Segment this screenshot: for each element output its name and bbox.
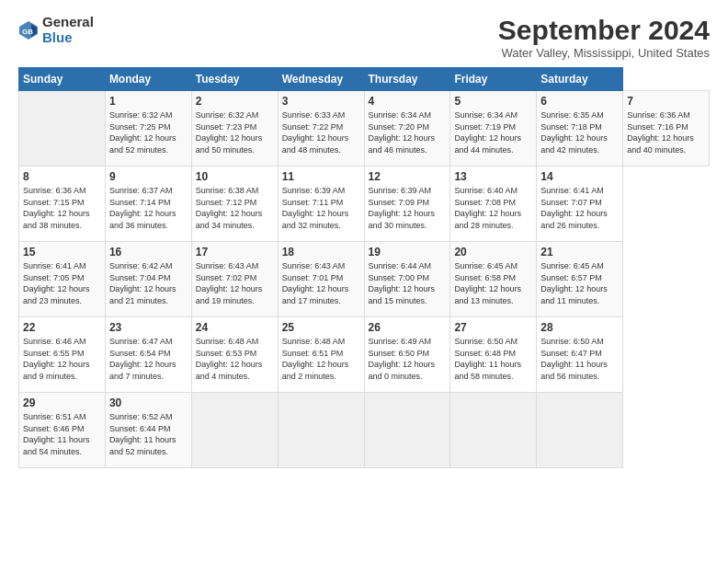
day-cell: 7Sunrise: 6:36 AM Sunset: 7:16 PM Daylig… [623, 91, 710, 167]
day-info: Sunrise: 6:41 AM Sunset: 7:07 PM Dayligh… [540, 185, 619, 231]
day-number: 3 [282, 95, 360, 108]
day-number: 29 [23, 396, 101, 409]
day-info: Sunrise: 6:35 AM Sunset: 7:18 PM Dayligh… [540, 109, 619, 155]
day-number: 18 [282, 246, 360, 259]
day-number: 25 [282, 321, 360, 334]
day-info: Sunrise: 6:41 AM Sunset: 7:05 PM Dayligh… [23, 260, 101, 306]
day-number: 7 [627, 95, 705, 108]
day-cell [278, 393, 364, 468]
header-row: Sunday Monday Tuesday Wednesday Thursday… [19, 68, 710, 91]
day-info: Sunrise: 6:34 AM Sunset: 7:19 PM Dayligh… [454, 109, 532, 155]
day-info: Sunrise: 6:49 AM Sunset: 6:50 PM Dayligh… [369, 336, 447, 382]
day-info: Sunrise: 6:45 AM Sunset: 6:57 PM Dayligh… [540, 260, 619, 306]
day-cell: 12Sunrise: 6:39 AM Sunset: 7:09 PM Dayli… [364, 167, 450, 242]
day-info: Sunrise: 6:47 AM Sunset: 6:54 PM Dayligh… [109, 336, 188, 382]
day-number: 14 [540, 170, 619, 183]
week-row-3: 22Sunrise: 6:46 AM Sunset: 6:55 PM Dayli… [19, 317, 710, 393]
header-wednesday: Wednesday [278, 68, 364, 91]
day-number: 4 [369, 95, 447, 108]
day-number: 30 [109, 396, 188, 409]
header-friday: Friday [450, 68, 537, 91]
day-cell: 13Sunrise: 6:40 AM Sunset: 7:08 PM Dayli… [450, 167, 537, 242]
day-number: 9 [109, 170, 188, 183]
day-number: 27 [454, 321, 532, 334]
day-cell: 25Sunrise: 6:48 AM Sunset: 6:51 PM Dayli… [278, 317, 364, 393]
day-info: Sunrise: 6:33 AM Sunset: 7:22 PM Dayligh… [282, 109, 360, 155]
day-number: 15 [23, 246, 101, 259]
day-cell: 20Sunrise: 6:45 AM Sunset: 6:58 PM Dayli… [450, 242, 537, 317]
day-cell: 5Sunrise: 6:34 AM Sunset: 7:19 PM Daylig… [450, 91, 537, 167]
day-info: Sunrise: 6:36 AM Sunset: 7:15 PM Dayligh… [23, 185, 101, 231]
day-cell: 6Sunrise: 6:35 AM Sunset: 7:18 PM Daylig… [537, 91, 623, 167]
day-number: 6 [540, 95, 619, 108]
day-number: 1 [109, 95, 188, 108]
calendar-page: GB General Blue September 2024 Water Val… [0, 0, 728, 563]
day-number: 24 [196, 321, 274, 334]
day-number: 10 [196, 170, 274, 183]
logo-icon: GB [18, 20, 39, 40]
day-cell: 27Sunrise: 6:50 AM Sunset: 6:48 PM Dayli… [450, 317, 537, 393]
calendar-table: Sunday Monday Tuesday Wednesday Thursday… [18, 67, 710, 468]
day-cell: 14Sunrise: 6:41 AM Sunset: 7:07 PM Dayli… [537, 167, 623, 242]
day-info: Sunrise: 6:32 AM Sunset: 7:23 PM Dayligh… [196, 109, 274, 155]
day-number: 23 [109, 321, 188, 334]
logo-text: General Blue [42, 15, 94, 45]
day-cell: 9Sunrise: 6:37 AM Sunset: 7:14 PM Daylig… [105, 167, 191, 242]
month-title: September 2024 [498, 15, 710, 46]
header-tuesday: Tuesday [191, 68, 278, 91]
day-number: 2 [196, 95, 274, 108]
week-row-2: 15Sunrise: 6:41 AM Sunset: 7:05 PM Dayli… [19, 242, 710, 317]
day-cell [364, 393, 450, 468]
header-sunday: Sunday [19, 68, 106, 91]
day-number: 17 [196, 246, 274, 259]
day-number: 28 [540, 321, 619, 334]
day-cell: 28Sunrise: 6:50 AM Sunset: 6:47 PM Dayli… [537, 317, 623, 393]
day-number: 8 [23, 170, 101, 183]
day-number: 11 [282, 170, 360, 183]
day-cell: 4Sunrise: 6:34 AM Sunset: 7:20 PM Daylig… [364, 91, 450, 167]
day-info: Sunrise: 6:46 AM Sunset: 6:55 PM Dayligh… [23, 336, 101, 382]
day-cell: 2Sunrise: 6:32 AM Sunset: 7:23 PM Daylig… [191, 91, 278, 167]
day-info: Sunrise: 6:48 AM Sunset: 6:53 PM Dayligh… [196, 336, 274, 382]
day-info: Sunrise: 6:45 AM Sunset: 6:58 PM Dayligh… [454, 260, 532, 306]
day-cell: 24Sunrise: 6:48 AM Sunset: 6:53 PM Dayli… [191, 317, 278, 393]
day-number: 22 [23, 321, 101, 334]
day-cell: 17Sunrise: 6:43 AM Sunset: 7:02 PM Dayli… [191, 242, 278, 317]
header-thursday: Thursday [364, 68, 450, 91]
calendar-body: 1Sunrise: 6:32 AM Sunset: 7:25 PM Daylig… [19, 91, 710, 468]
day-info: Sunrise: 6:39 AM Sunset: 7:09 PM Dayligh… [369, 185, 447, 231]
day-cell: 21Sunrise: 6:45 AM Sunset: 6:57 PM Dayli… [537, 242, 623, 317]
day-info: Sunrise: 6:38 AM Sunset: 7:12 PM Dayligh… [196, 185, 274, 231]
day-number: 21 [540, 246, 619, 259]
day-number: 20 [454, 246, 532, 259]
day-cell: 11Sunrise: 6:39 AM Sunset: 7:11 PM Dayli… [278, 167, 364, 242]
day-number: 26 [369, 321, 447, 334]
day-info: Sunrise: 6:36 AM Sunset: 7:16 PM Dayligh… [627, 109, 705, 155]
header-monday: Monday [105, 68, 191, 91]
day-info: Sunrise: 6:51 AM Sunset: 6:46 PM Dayligh… [23, 411, 101, 457]
day-number: 12 [369, 170, 447, 183]
header-saturday: Saturday [537, 68, 623, 91]
logo: GB General Blue [18, 15, 94, 45]
day-cell [191, 393, 278, 468]
day-info: Sunrise: 6:34 AM Sunset: 7:20 PM Dayligh… [369, 109, 447, 155]
logo-general: General [42, 15, 94, 30]
day-info: Sunrise: 6:50 AM Sunset: 6:48 PM Dayligh… [454, 336, 532, 382]
day-info: Sunrise: 6:32 AM Sunset: 7:25 PM Dayligh… [109, 109, 188, 155]
day-info: Sunrise: 6:43 AM Sunset: 7:02 PM Dayligh… [196, 260, 274, 306]
day-cell: 19Sunrise: 6:44 AM Sunset: 7:00 PM Dayli… [364, 242, 450, 317]
day-cell: 26Sunrise: 6:49 AM Sunset: 6:50 PM Dayli… [364, 317, 450, 393]
day-number: 13 [454, 170, 532, 183]
day-number: 5 [454, 95, 532, 108]
day-cell: 1Sunrise: 6:32 AM Sunset: 7:25 PM Daylig… [105, 91, 191, 167]
day-cell: 30Sunrise: 6:52 AM Sunset: 6:44 PM Dayli… [105, 393, 191, 468]
day-cell: 18Sunrise: 6:43 AM Sunset: 7:01 PM Dayli… [278, 242, 364, 317]
week-row-1: 8Sunrise: 6:36 AM Sunset: 7:15 PM Daylig… [19, 167, 710, 242]
day-cell: 23Sunrise: 6:47 AM Sunset: 6:54 PM Dayli… [105, 317, 191, 393]
day-number: 16 [109, 246, 188, 259]
calendar-header: Sunday Monday Tuesday Wednesday Thursday… [19, 68, 710, 91]
logo-blue: Blue [42, 30, 94, 46]
week-row-0: 1Sunrise: 6:32 AM Sunset: 7:25 PM Daylig… [19, 91, 710, 167]
day-info: Sunrise: 6:43 AM Sunset: 7:01 PM Dayligh… [282, 260, 360, 306]
day-cell: 10Sunrise: 6:38 AM Sunset: 7:12 PM Dayli… [191, 167, 278, 242]
